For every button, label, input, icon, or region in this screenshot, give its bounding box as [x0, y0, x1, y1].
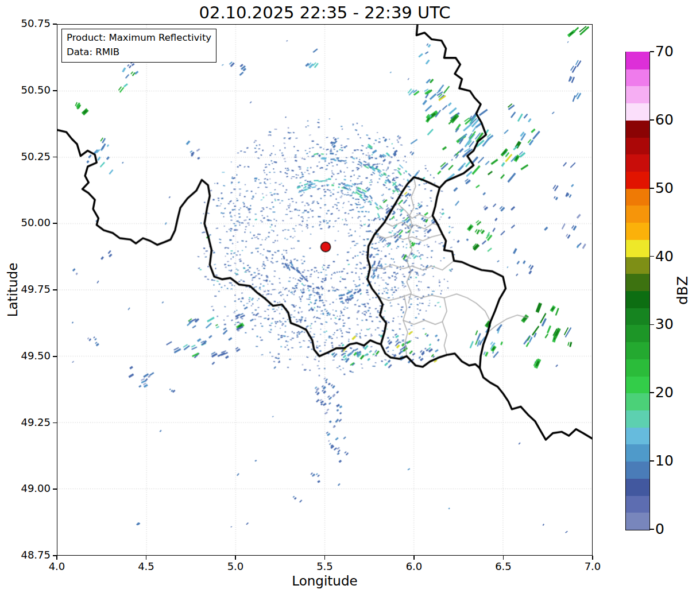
colorbar-band [626, 462, 649, 479]
y-tick-mark [53, 289, 57, 290]
y-tick-mark [53, 555, 57, 556]
colorbar-band [626, 410, 649, 427]
x-tick-label: 5.0 [215, 560, 256, 572]
colorbar-tick-mark [650, 460, 654, 462]
colorbar-band [626, 444, 649, 462]
colorbar-tick-mark [650, 529, 654, 530]
colorbar-band [626, 69, 649, 86]
y-tick-label: 49.25 [9, 416, 51, 428]
colorbar-band [626, 206, 649, 223]
colorbar-band [626, 376, 649, 393]
colorbar [625, 52, 650, 530]
annotation-data-line: Data: RMIB [67, 45, 211, 60]
figure-root: 02.10.2025 22:35 - 22:39 UTC Product: Ma… [0, 0, 700, 597]
colorbar-tick-mark [650, 119, 654, 121]
colorbar-band [626, 427, 649, 444]
annotation-product-line: Product: Maximum Reflectivity [67, 31, 211, 45]
colorbar-band [626, 274, 649, 291]
colorbar-band [626, 342, 649, 359]
colorbar-band [626, 325, 649, 342]
colorbar-band [626, 359, 649, 376]
plot-area [57, 24, 593, 556]
x-tick-mark [235, 556, 236, 560]
colorbar-band [626, 154, 649, 172]
y-tick-label: 49.50 [9, 350, 51, 362]
y-tick-label: 50.75 [9, 17, 51, 29]
page-title: 02.10.2025 22:35 - 22:39 UTC [57, 3, 593, 22]
x-axis-label: Longitude [57, 573, 593, 588]
y-tick-mark [53, 90, 57, 91]
x-tick-label: 6.0 [394, 560, 434, 572]
colorbar-tick-label: 20 [655, 385, 674, 400]
colorbar-tick-label: 40 [655, 249, 674, 264]
colorbar-tick-label: 30 [655, 317, 674, 332]
colorbar-tick-label: 70 [655, 44, 674, 59]
colorbar-tick-mark [650, 324, 654, 325]
colorbar-tick-label: 50 [655, 181, 674, 196]
x-tick-mark [324, 556, 326, 560]
y-tick-label: 49.75 [9, 283, 51, 295]
colorbar-band [626, 223, 649, 240]
colorbar-tick-label: 0 [655, 522, 664, 537]
y-tick-mark [53, 422, 57, 424]
y-tick-label: 50.00 [9, 216, 51, 228]
colorbar-tick-mark [650, 188, 654, 189]
colorbar-tick-label: 10 [655, 453, 674, 468]
colorbar-band [626, 290, 649, 308]
colorbar-band [626, 513, 649, 530]
colorbar-band [626, 188, 649, 206]
product-annotation-box: Product: Maximum Reflectivity Data: RMIB [61, 29, 216, 63]
x-tick-mark [413, 556, 415, 560]
colorbar-band [626, 308, 649, 325]
colorbar-tick-label: 60 [655, 113, 674, 127]
x-tick-mark [592, 556, 593, 560]
colorbar-band [626, 137, 649, 154]
colorbar-label: dBZ [674, 276, 691, 305]
colorbar-tick-mark [650, 256, 654, 257]
colorbar-band [626, 86, 649, 103]
colorbar-band [626, 52, 649, 69]
colorbar-tick-mark [650, 51, 654, 52]
colorbar-band [626, 120, 649, 137]
colorbar-band [626, 257, 649, 274]
x-tick-label: 5.5 [305, 560, 345, 572]
y-tick-label: 50.50 [9, 84, 51, 96]
colorbar-band [626, 478, 649, 495]
y-tick-mark [53, 489, 57, 490]
colorbar-band [626, 171, 649, 188]
x-tick-label: 4.5 [126, 560, 167, 572]
x-tick-label: 7.0 [573, 560, 613, 572]
colorbar-tick-mark [650, 392, 654, 393]
x-tick-mark [146, 556, 147, 560]
colorbar-band [626, 393, 649, 410]
y-tick-label: 48.75 [9, 549, 51, 561]
colorbar-band [626, 495, 649, 513]
y-tick-mark [53, 356, 57, 357]
colorbar-band [626, 239, 649, 257]
y-tick-mark [53, 157, 57, 158]
x-tick-mark [503, 556, 504, 560]
x-tick-label: 4.0 [37, 560, 77, 572]
x-tick-label: 6.5 [484, 560, 524, 572]
y-tick-label: 50.25 [9, 150, 51, 162]
y-tick-mark [53, 24, 57, 25]
y-tick-mark [53, 223, 57, 224]
y-tick-label: 49.00 [9, 482, 51, 494]
x-tick-mark [56, 556, 57, 560]
colorbar-band [626, 103, 649, 121]
radar-map-canvas [57, 25, 592, 555]
